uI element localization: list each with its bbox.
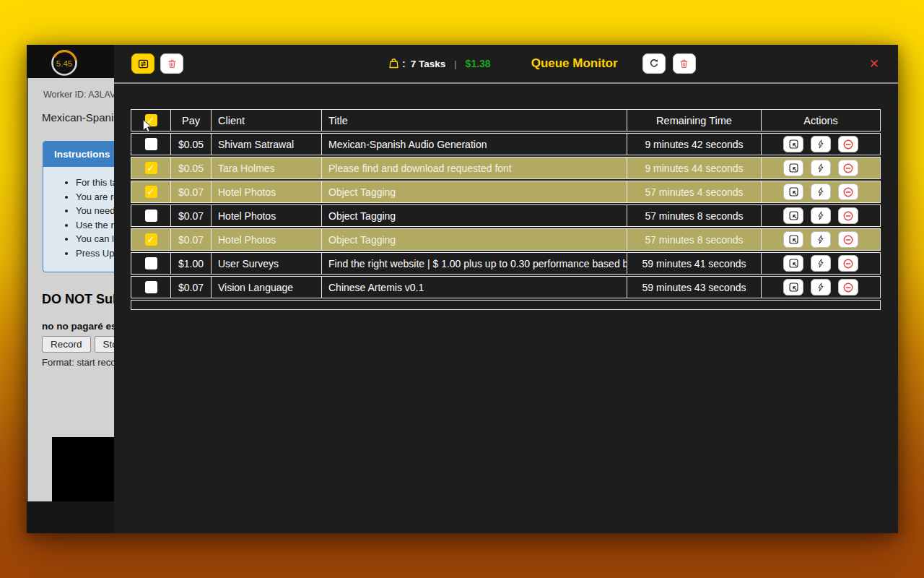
title-cell: Please find and download requested font — [322, 157, 627, 179]
queue-monitor-header: : 7 Tasks | $1.38 Queue Monitor — [114, 45, 898, 84]
trash-icon — [679, 59, 689, 69]
box-arrow-icon — [788, 210, 799, 221]
open-task-button[interactable] — [783, 255, 803, 272]
catch-task-button[interactable] — [811, 207, 831, 224]
do-not-submit-heading: DO NOT Submit without — [42, 292, 114, 307]
catch-task-button[interactable] — [811, 136, 831, 152]
header-actions — [642, 53, 703, 74]
summary-colon: : — [402, 58, 406, 69]
box-arrow-icon — [788, 186, 799, 197]
table-row: $0.05 Shivam Satrawal Mexican-Spanish Au… — [131, 133, 881, 155]
client-cell: User Surveys — [212, 252, 322, 275]
remaining-header: Remaining Time — [627, 109, 762, 131]
row-checkbox[interactable] — [145, 233, 157, 246]
instruction-bullet: For this task you will — [76, 176, 114, 190]
row-checkbox[interactable] — [145, 138, 157, 150]
instruction-bullet: Press Upload when — [76, 246, 114, 261]
catch-task-button[interactable] — [811, 279, 831, 296]
open-task-button[interactable] — [783, 279, 803, 296]
circle-minus-icon — [842, 258, 854, 269]
remaining-cell: 9 minutes 42 seconds — [627, 133, 762, 155]
remove-task-button[interactable] — [838, 136, 858, 152]
client-cell: Hotel Photos — [212, 204, 322, 227]
table-row: $1.00 User Surveys Find the right websit… — [131, 252, 881, 275]
table-row: $0.07 Vision Language Chinese Artemis v0… — [131, 276, 881, 298]
record-button[interactable]: Record — [42, 336, 91, 353]
row-checkbox[interactable] — [145, 281, 157, 293]
bag-icon — [388, 57, 400, 70]
summary-separator: | — [454, 59, 456, 69]
recorder-controls: RecordStop — [42, 336, 114, 353]
box-arrow-icon — [788, 139, 799, 150]
catch-task-button[interactable] — [811, 255, 831, 272]
instruction-bullet: You need to record — [76, 204, 114, 218]
task-page-sidebar: 5.45 Worker ID: A3LAVL Mexican-Spanish A… — [27, 45, 114, 533]
row-checkbox[interactable] — [145, 257, 157, 269]
lightning-icon — [816, 139, 826, 150]
open-task-button[interactable] — [783, 231, 803, 248]
stop-button[interactable]: Stop — [95, 336, 114, 353]
remove-task-button[interactable] — [838, 255, 858, 272]
title-cell: Find the right website | $ 1.00 plus up … — [322, 252, 627, 275]
circle-minus-icon — [842, 163, 854, 174]
instructions-body: For this task you willYou are required t… — [43, 167, 114, 272]
clear-left-button[interactable] — [160, 53, 183, 74]
table-row: $0.07 Hotel Photos Object Tagging 57 min… — [131, 181, 881, 203]
client-cell: Tara Holmes — [212, 157, 322, 179]
open-task-button[interactable] — [783, 160, 803, 176]
lightning-icon — [816, 210, 826, 221]
table-footer-row — [131, 300, 881, 310]
remaining-cell: 57 minutes 8 seconds — [627, 228, 762, 251]
close-icon[interactable]: ✕ — [868, 58, 881, 70]
catch-task-button[interactable] — [811, 231, 831, 248]
remove-task-button[interactable] — [838, 184, 858, 200]
pay-cell: $0.07 — [171, 228, 212, 251]
circle-minus-icon — [842, 210, 854, 222]
catch-task-button[interactable] — [811, 160, 831, 176]
media-placeholder — [52, 437, 114, 501]
title-cell: Object Tagging — [322, 181, 627, 203]
recording-phrase: no no pagaré este mes — [42, 321, 114, 332]
requeue-button[interactable] — [131, 53, 154, 74]
title-cell: Object Tagging — [322, 228, 627, 251]
pay-cell: $0.07 — [171, 204, 212, 227]
remaining-cell: 9 minutes 44 seconds — [627, 157, 762, 179]
lightning-icon — [816, 234, 826, 245]
client-header: Client — [212, 109, 322, 131]
row-checkbox[interactable] — [145, 210, 157, 222]
refresh-button[interactable] — [642, 53, 666, 74]
row-checkbox[interactable] — [145, 162, 157, 174]
client-cell: Hotel Photos — [212, 181, 322, 203]
pay-cell: $1.00 — [171, 252, 212, 275]
remove-task-button[interactable] — [838, 160, 858, 176]
queue-table-body: $0.05 Shivam Satrawal Mexican-Spanish Au… — [131, 133, 881, 310]
app-window: 5.45 Worker ID: A3LAVL Mexican-Spanish A… — [27, 45, 898, 533]
box-arrow-icon — [788, 163, 799, 173]
open-task-button[interactable] — [783, 207, 803, 224]
open-task-button[interactable] — [783, 184, 803, 200]
client-cell: Hotel Photos — [212, 228, 322, 251]
row-checkbox[interactable] — [145, 186, 157, 198]
clear-queue-button[interactable] — [673, 53, 696, 74]
task-page-topbar: 5.45 — [27, 45, 114, 78]
remaining-cell: 59 minutes 41 seconds — [627, 252, 762, 275]
queue-table-area: Pay Client Title Remaining Time Actions … — [114, 84, 898, 533]
remaining-cell: 59 minutes 43 seconds — [627, 276, 762, 298]
instructions-panel: Instructions For this task you willYou a… — [43, 141, 114, 272]
catch-task-button[interactable] — [811, 184, 831, 200]
actions-header: Actions — [762, 109, 881, 131]
client-cell: Vision Language — [212, 276, 322, 298]
queue-monitor-title: Queue Monitor — [531, 56, 618, 71]
remove-task-button[interactable] — [838, 231, 858, 248]
refresh-icon — [648, 58, 660, 69]
open-task-button[interactable] — [783, 136, 803, 152]
total-pay: $1.38 — [466, 58, 491, 69]
remove-task-button[interactable] — [838, 207, 858, 224]
remaining-cell: 57 minutes 4 seconds — [627, 181, 762, 203]
lightning-icon — [816, 258, 826, 269]
circle-minus-icon — [842, 186, 854, 198]
pay-header: Pay — [171, 109, 212, 131]
lightning-icon — [816, 186, 826, 197]
remove-task-button[interactable] — [838, 279, 858, 296]
desktop-background: 5.45 Worker ID: A3LAVL Mexican-Spanish A… — [0, 0, 924, 578]
